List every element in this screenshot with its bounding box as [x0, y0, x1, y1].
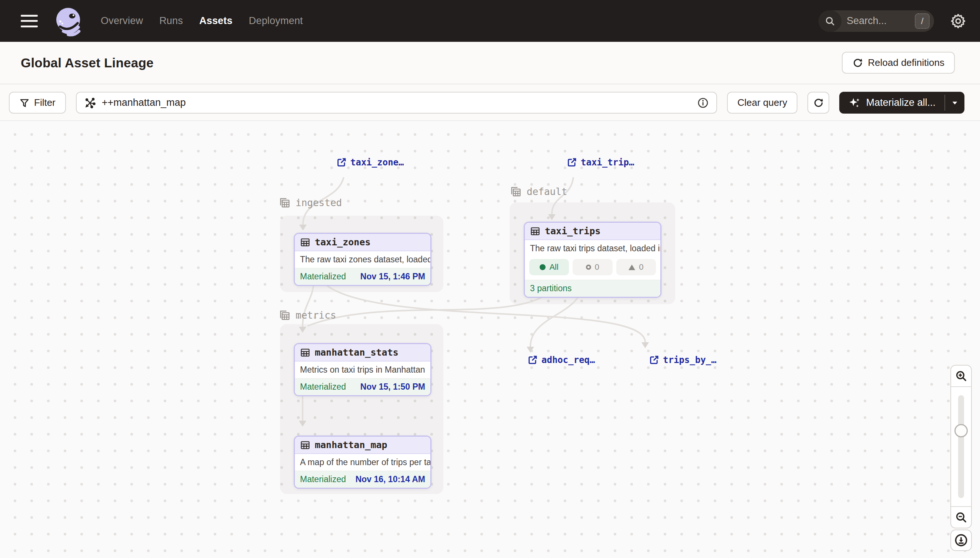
group-tables-icon: [278, 309, 291, 322]
download-graph-button[interactable]: [950, 530, 972, 551]
zoom-slider-thumb[interactable]: [954, 424, 968, 437]
partition-pill-missing[interactable]: 0: [573, 259, 612, 275]
external-asset-link-taxi-zone[interactable]: taxi_zone…: [336, 157, 404, 167]
external-link-label: adhoc_req…: [542, 355, 595, 365]
lineage-toolbar: Filter Clear query: [0, 85, 980, 121]
asset-node-manhattan-map[interactable]: manhattan_map A map of the number of tri…: [294, 435, 432, 489]
asset-node-taxi-trips[interactable]: taxi_trips The raw taxi trips dataset, l…: [524, 222, 662, 298]
partition-health-row: All 0 0: [525, 257, 660, 280]
hollow-dot-icon: [586, 264, 591, 270]
reload-definitions-button[interactable]: Reload definitions: [842, 52, 955, 74]
group-label-default[interactable]: default: [510, 185, 567, 198]
nav-item-runs[interactable]: Runs: [159, 15, 183, 27]
asset-status-footer: Materialized Nov 16, 10:14 AM: [295, 471, 430, 488]
partition-pill-failed[interactable]: 0: [616, 259, 656, 275]
page-title: Global Asset Lineage: [21, 56, 154, 70]
triangle-icon: [629, 264, 635, 270]
external-link-icon: [649, 355, 659, 365]
info-icon[interactable]: [697, 97, 709, 109]
table-icon: [530, 226, 540, 236]
table-icon: [300, 440, 310, 450]
materialize-all-split-button: Materialize all...: [839, 92, 964, 113]
external-asset-link-trips-by[interactable]: trips_by_…: [649, 355, 716, 365]
search-input[interactable]: [842, 15, 915, 27]
lineage-canvas[interactable]: ingested default metrics: [0, 122, 980, 558]
asset-node-taxi-zones[interactable]: taxi_zones The raw taxi zones dataset, l…: [294, 233, 432, 286]
asset-status-footer: Materialized Nov 15, 1:50 PM: [295, 379, 430, 395]
partition-pill-label: All: [549, 263, 558, 272]
group-tables-icon: [510, 185, 522, 198]
lineage-edges: [0, 122, 980, 558]
search-shortcut-key: /: [915, 13, 930, 29]
external-asset-link-taxi-trip[interactable]: taxi_trip…: [567, 157, 634, 167]
external-link-label: trips_by_…: [663, 355, 716, 365]
dagster-logo[interactable]: [52, 4, 84, 38]
search-icon: [819, 10, 842, 32]
group-label-text: default: [527, 186, 567, 197]
asset-title: taxi_zones: [315, 237, 371, 248]
funnel-icon: [19, 98, 30, 108]
nav-item-overview[interactable]: Overview: [101, 15, 143, 27]
asset-title: taxi_trips: [545, 226, 601, 236]
nav-item-assets[interactable]: Assets: [199, 15, 232, 27]
dagster-app-window: Overview Runs Assets Deployment /: [0, 0, 980, 558]
refresh-icon: [813, 97, 824, 108]
refresh-button[interactable]: [807, 92, 829, 113]
asset-node-header: taxi_zones: [295, 234, 430, 251]
partition-pill-all[interactable]: All: [529, 259, 569, 275]
filter-label: Filter: [34, 97, 56, 108]
zoom-slider-track[interactable]: [958, 395, 964, 498]
external-link-icon: [567, 157, 577, 167]
group-label-metrics[interactable]: metrics: [278, 309, 336, 322]
zoom-in-icon: [955, 370, 967, 382]
asset-status-footer: 3 partitions: [525, 280, 660, 297]
asset-node-header: manhattan_stats: [295, 344, 430, 361]
zoom-out-button[interactable]: [951, 506, 971, 528]
zoom-out-icon: [955, 511, 967, 524]
materialization-timestamp[interactable]: Nov 15, 1:46 PM: [361, 272, 425, 282]
clear-query-button[interactable]: Clear query: [727, 92, 797, 113]
nav-item-deployment[interactable]: Deployment: [249, 15, 303, 27]
global-search[interactable]: /: [819, 10, 934, 32]
materialize-dropdown-button[interactable]: [945, 92, 964, 113]
chevron-down-icon: [951, 99, 959, 107]
status-badge: Materialized: [300, 382, 346, 392]
asset-node-header: manhattan_map: [295, 437, 430, 454]
filled-dot-icon: [540, 264, 545, 270]
reload-icon: [852, 57, 863, 69]
asset-node-manhattan-stats[interactable]: manhattan_stats Metrics on taxi trips in…: [294, 343, 432, 396]
partition-count-label[interactable]: 3 partitions: [530, 284, 572, 294]
filter-button[interactable]: Filter: [9, 92, 66, 113]
graph-query-icon: [84, 97, 96, 109]
materialization-timestamp[interactable]: Nov 16, 10:14 AM: [356, 474, 425, 484]
group-tables-icon: [278, 197, 291, 209]
group-label-text: metrics: [296, 310, 336, 321]
asset-title: manhattan_map: [315, 440, 387, 450]
external-link-icon: [336, 157, 347, 167]
settings-gear-icon[interactable]: [950, 13, 967, 30]
hamburger-menu-icon[interactable]: [21, 15, 38, 27]
status-badge: Materialized: [300, 474, 346, 484]
download-icon: [954, 533, 968, 547]
external-asset-link-adhoc-req[interactable]: adhoc_req…: [527, 355, 595, 365]
materialization-timestamp[interactable]: Nov 15, 1:50 PM: [361, 382, 425, 392]
zoom-slider[interactable]: [951, 387, 971, 506]
asset-title: manhattan_stats: [315, 347, 399, 358]
zoom-in-button[interactable]: [951, 366, 971, 387]
asset-selection-input-wrap[interactable]: [76, 92, 717, 113]
asset-description: Metrics on taxi trips in Manhattan: [295, 361, 430, 379]
materialize-all-label: Materialize all...: [866, 97, 936, 108]
external-link-icon: [527, 355, 538, 365]
table-icon: [300, 237, 310, 248]
external-link-label: taxi_trip…: [581, 157, 634, 167]
table-icon: [300, 348, 310, 358]
asset-node-header: taxi_trips: [525, 223, 660, 240]
reload-definitions-label: Reload definitions: [868, 57, 944, 69]
materialize-all-button[interactable]: Materialize all...: [839, 92, 944, 113]
partition-pill-count: 0: [639, 263, 643, 272]
clear-query-label: Clear query: [738, 97, 787, 108]
group-label-ingested[interactable]: ingested: [278, 197, 342, 209]
asset-selection-input[interactable]: [102, 97, 697, 108]
asset-description: The raw taxi zones dataset, loaded int..…: [295, 251, 430, 268]
status-badge: Materialized: [300, 272, 346, 282]
